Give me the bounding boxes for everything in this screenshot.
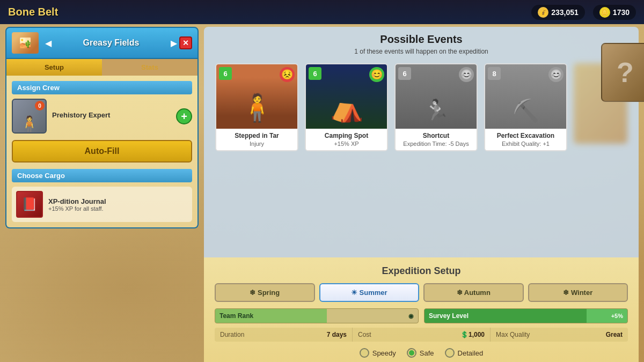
- currency-area: 💰 233,051 🪙 1730: [531, 5, 636, 20]
- event-card-name-shortcut: Shortcut: [400, 132, 472, 139]
- season-winter-button[interactable]: ❄ Winter: [528, 283, 628, 302]
- nav-next-button[interactable]: ▶: [169, 38, 179, 48]
- events-title: Possible Events: [212, 33, 631, 46]
- tab-bar: Setup Stats: [5, 59, 199, 76]
- mode-detailed[interactable]: Detailed: [445, 348, 484, 358]
- event-card-img-excavation: 8 😊 ⛏️: [485, 64, 566, 129]
- expedition-setup-section: Expedition Setup ❄ Spring ☀ Summer ❄ Aut…: [204, 257, 639, 362]
- survey-level-value: +5%: [611, 313, 623, 319]
- stats-row: Team Rank ◉ Survey Level +5%: [215, 308, 628, 323]
- cargo-item: 📕 XP-dition Journal +15% XP for all staf…: [12, 187, 192, 222]
- event-badge-excavation: 8: [488, 67, 501, 80]
- location-header: 🏜️ ◀ Greasy Fields ▶ ✕: [5, 27, 199, 59]
- event-badge-shortcut: 6: [398, 67, 411, 80]
- cost-item: Cost 💲1,000: [353, 328, 491, 342]
- event-card-name-tar: Stepped in Tar: [221, 132, 293, 139]
- cash-icon: 💰: [538, 7, 548, 18]
- mode-row: Speedy Safe Detailed: [215, 348, 628, 358]
- mode-detailed-radio: [445, 348, 455, 358]
- season-summer-button[interactable]: ☀ Summer: [319, 283, 420, 302]
- expedition-setup-title: Expedition Setup: [215, 265, 628, 277]
- max-quality-label: Max Quality: [496, 331, 530, 338]
- panel-content: Assign Crew 0 🧍 Prehistory Expert + Auto…: [5, 76, 199, 228]
- cash-amount: 233,051: [551, 8, 579, 17]
- event-face-camp: 😊: [369, 67, 384, 82]
- crew-level-badge: 0: [35, 101, 45, 110]
- events-grid: 6 😣 🧍 Stepped in Tar Injury 6 😊 ⛺ Campin…: [212, 63, 631, 151]
- event-card-desc-excavation: Exhibit Quality: +1: [489, 141, 562, 147]
- cost-value: 💲1,000: [460, 331, 485, 338]
- survey-level-label: Survey Level: [429, 312, 469, 320]
- mode-safe-radio: [407, 348, 416, 358]
- crew-area: 0 🧍 Prehistory Expert +: [12, 99, 192, 134]
- nav-prev-button[interactable]: ◀: [43, 38, 54, 48]
- cost-label: Cost: [358, 331, 371, 338]
- season-spring-button[interactable]: ❄ Spring: [215, 283, 315, 302]
- cargo-name: XP-dition Journal: [48, 197, 106, 205]
- event-card-desc-tar: Injury: [221, 141, 293, 147]
- event-badge-camp: 6: [309, 67, 321, 80]
- duration-label: Duration: [220, 331, 244, 338]
- duration-item: Duration 7 days: [215, 328, 353, 342]
- mode-speedy[interactable]: Speedy: [360, 348, 396, 358]
- event-scene-shortcut: 🏃: [423, 98, 450, 123]
- event-card-desc-camp: +15% XP: [310, 141, 383, 147]
- tab-stats[interactable]: Stats: [102, 59, 197, 76]
- event-card-img-camp: 6 😊 ⛺: [306, 64, 387, 129]
- event-face-shortcut: 😊: [459, 67, 474, 82]
- cargo-icon: 📕: [16, 191, 43, 218]
- event-face-excavation: 😊: [548, 67, 564, 82]
- event-card-desc-shortcut: Expedition Time: -5 Days: [400, 141, 472, 147]
- location-close-button[interactable]: ✕: [179, 36, 192, 49]
- mystery-card: ?: [601, 43, 644, 102]
- crew-info: Prehistory Expert: [52, 111, 171, 121]
- thumbnail-image: 🏜️: [12, 32, 39, 54]
- max-quality-item: Max Quality Great: [491, 328, 628, 342]
- location-thumbnail: 🏜️: [12, 32, 39, 54]
- mode-detailed-label: Detailed: [458, 349, 484, 357]
- game-title: Bone Belt: [8, 6, 58, 18]
- mode-safe-radio-fill: [409, 350, 414, 356]
- main-panel: Possible Events 1 of these events will h…: [204, 27, 639, 357]
- add-crew-button[interactable]: +: [176, 108, 192, 124]
- tab-setup[interactable]: Setup: [6, 59, 102, 76]
- team-rank-label: Team Rank: [219, 312, 253, 320]
- events-section: Possible Events 1 of these events will h…: [204, 27, 639, 257]
- top-bar: Bone Belt 💰 233,051 🪙 1730: [0, 0, 644, 24]
- event-scene-camp: ⛺: [330, 92, 363, 123]
- team-rank-bar: Team Rank ◉: [215, 308, 419, 323]
- event-card-info-camp: Camping Spot +15% XP: [306, 129, 387, 150]
- event-card-tar[interactable]: 6 😣 🧍 Stepped in Tar Injury: [215, 63, 298, 151]
- event-card-shortcut[interactable]: 6 😊 🏃 Shortcut Expedition Time: -5 Days: [394, 63, 478, 151]
- left-panel: 🏜️ ◀ Greasy Fields ▶ ✕ Setup Stats Assig…: [5, 27, 199, 357]
- currency-cash: 💰 233,051: [531, 5, 585, 20]
- event-scene-tar: 🧍: [240, 92, 274, 123]
- season-autumn-button[interactable]: ❄ Autumn: [423, 283, 524, 302]
- autofill-button[interactable]: Auto-Fill: [12, 140, 192, 162]
- team-rank-value: ◉: [408, 313, 414, 320]
- currency-special: 🪙 1730: [593, 5, 636, 20]
- mode-speedy-label: Speedy: [372, 349, 396, 357]
- cargo-details: XP-dition Journal +15% XP for all staff.: [48, 197, 106, 212]
- crew-figure-icon: 🧍: [19, 116, 39, 132]
- question-mark-icon: ?: [617, 56, 634, 88]
- event-card-img-tar: 6 😣 🧍: [216, 64, 297, 129]
- max-quality-value: Great: [606, 331, 623, 338]
- event-card-name-excavation: Perfect Excavation: [489, 132, 562, 139]
- assign-crew-header: Assign Crew: [12, 81, 192, 94]
- event-badge-tar: 6: [219, 67, 232, 80]
- event-card-info-excavation: Perfect Excavation Exhibit Quality: +1: [485, 129, 566, 150]
- event-scene-excavation: ⛏️: [513, 98, 539, 123]
- choose-cargo-header: Choose Cargo: [12, 169, 192, 182]
- mode-safe-label: Safe: [420, 349, 434, 357]
- event-card-camp[interactable]: 6 😊 ⛺ Camping Spot +15% XP: [305, 63, 388, 151]
- location-name: Greasy Fields: [54, 38, 169, 48]
- event-card-img-shortcut: 6 😊 🏃: [396, 64, 477, 129]
- event-card-excavation[interactable]: 8 😊 ⛏️ Perfect Excavation Exhibit Qualit…: [484, 63, 567, 151]
- event-card-name-camp: Camping Spot: [310, 132, 383, 139]
- crew-slot: 0 🧍: [12, 99, 47, 134]
- special-icon: 🪙: [599, 7, 610, 18]
- mode-safe[interactable]: Safe: [407, 348, 434, 358]
- event-card-info-tar: Stepped in Tar Injury: [216, 129, 297, 150]
- details-row: Duration 7 days Cost 💲1,000 Max Quality …: [215, 328, 628, 342]
